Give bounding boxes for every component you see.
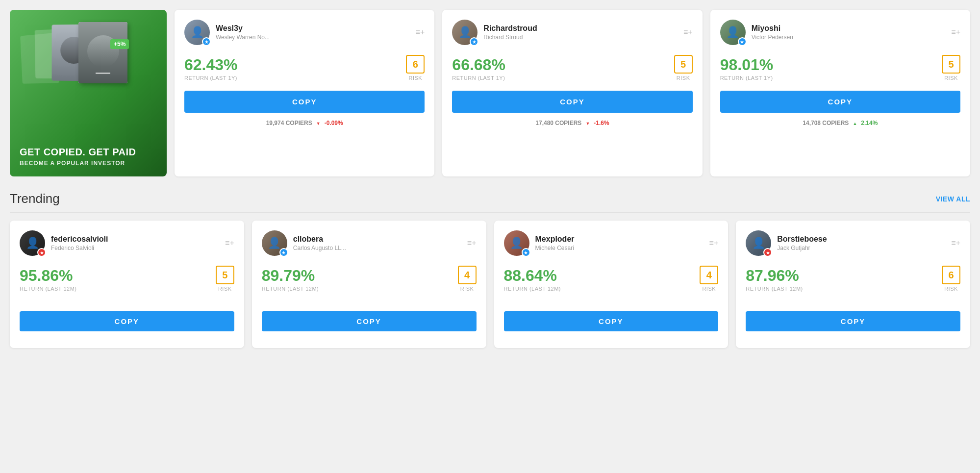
copiers-count-miyoshi: 14,708 COPIERS [803, 120, 849, 126]
change-icon-wesl3y [316, 120, 321, 126]
username-federicosalvioli: federicosalvioli [51, 235, 108, 244]
avatar-federicosalvioli[interactable]: 👤 ★ [20, 230, 45, 256]
stats-miyoshi: 98.01% RETURN (LAST 1Y) 5 RISK [720, 55, 960, 81]
avatar-cllobera[interactable]: 👤 ★ [262, 230, 287, 256]
risk-mexploder: 4 [700, 266, 718, 284]
menu-icon-wesl3y[interactable]: ≡+ [416, 28, 425, 37]
view-all-link[interactable]: VIEW ALL [936, 195, 970, 203]
copiers-count-richardstroud: 17,480 COPIERS [535, 120, 581, 126]
trader-info-federicosalvioli: 👤 ★ federicosalvioli Federico Salvioli [20, 230, 108, 256]
risk-label-richardstroud: RISK [677, 75, 690, 81]
return-label-federicosalvioli: RETURN (LAST 12M) [20, 286, 76, 292]
avatar-wesl3y[interactable]: 👤 ★ [184, 20, 210, 45]
change-miyoshi: 2.14% [861, 120, 878, 126]
trader-card-wesl3y: 👤 ★ Wesl3y Wesley Warren No... ≡+ 62.43%… [175, 10, 434, 176]
star-badge-cllobera: ★ [279, 248, 288, 257]
risk-label-mexploder: RISK [702, 286, 716, 292]
trending-card-mexploder: 👤 ★ Mexploder Michele Cesari ≡+ 88.64% R… [494, 221, 729, 348]
star-badge-richardstroud: ★ [470, 37, 478, 46]
promo-main-text: GET COPIED. GET PAID [20, 146, 157, 158]
trending-card-cllobera: 👤 ★ cllobera Carlos Augusto LL... ≡+ 89.… [252, 221, 486, 348]
fullname-federicosalvioli: Federico Salvioli [51, 245, 108, 251]
trader-header-borstieboese: 👤 ★ Borstieboese Jack Gutjahr ≡+ [746, 230, 960, 256]
change-icon-miyoshi [853, 120, 857, 126]
trader-info-borstieboese: 👤 ★ Borstieboese Jack Gutjahr [746, 230, 827, 256]
fullname-borstieboese: Jack Gutjahr [777, 245, 827, 251]
top-trader-cards: 👤 ★ Wesl3y Wesley Warren No... ≡+ 62.43%… [175, 10, 970, 176]
stats-federicosalvioli: 95.86% RETURN (LAST 12M) 5 RISK [20, 266, 234, 292]
avatar-richardstroud[interactable]: 👤 ★ [452, 20, 477, 45]
copy-btn-mexploder[interactable]: COPY [504, 311, 719, 331]
trader-info-wesl3y: 👤 ★ Wesl3y Wesley Warren No... [184, 20, 270, 45]
top-section: ▬▬▬ +5% GET COPIED. GET PAID BECOME A PO… [10, 10, 970, 176]
copy-btn-richardstroud[interactable]: COPY [452, 91, 692, 113]
risk-federicosalvioli: 5 [216, 266, 234, 284]
return-richardstroud: 66.68% [452, 56, 505, 74]
menu-icon-cllobera[interactable]: ≡+ [467, 239, 477, 248]
stats-cllobera: 89.79% RETURN (LAST 12M) 4 RISK [262, 266, 477, 292]
trader-info-cllobera: 👤 ★ cllobera Carlos Augusto LL... [262, 230, 346, 256]
copiers-row-wesl3y: 19,974 COPIERS -0.09% [184, 120, 425, 126]
trader-header-richardstroud: 👤 ★ Richardstroud Richard Stroud ≡+ [452, 20, 692, 45]
copy-btn-wesl3y[interactable]: COPY [184, 91, 425, 113]
return-federicosalvioli: 95.86% [20, 267, 76, 285]
stats-borstieboese: 87.96% RETURN (LAST 12M) 6 RISK [746, 266, 960, 292]
fullname-wesl3y: Wesley Warren No... [216, 34, 270, 41]
return-label-richardstroud: RETURN (LAST 1Y) [452, 75, 505, 81]
copy-btn-miyoshi[interactable]: COPY [720, 91, 960, 113]
return-wesl3y: 62.43% [184, 56, 238, 74]
promo-card: ▬▬▬ +5% GET COPIED. GET PAID BECOME A PO… [10, 10, 167, 176]
trader-header-wesl3y: 👤 ★ Wesl3y Wesley Warren No... ≡+ [184, 20, 425, 45]
username-richardstroud: Richardstroud [483, 24, 537, 33]
trending-cards: 👤 ★ federicosalvioli Federico Salvioli ≡… [10, 221, 970, 348]
change-richardstroud: -1.6% [594, 120, 609, 126]
promo-text: GET COPIED. GET PAID BECOME A POPULAR IN… [20, 146, 157, 167]
return-label-mexploder: RETURN (LAST 12M) [504, 286, 561, 292]
trader-card-miyoshi: 👤 ★ Miyoshi Victor Pedersen ≡+ 98.01% RE… [710, 10, 970, 176]
promo-sub-text: BECOME A POPULAR INVESTOR [20, 160, 157, 167]
return-label-borstieboese: RETURN (LAST 12M) [746, 286, 803, 292]
trending-title: Trending [10, 191, 60, 206]
star-badge-federicosalvioli: ★ [37, 248, 46, 257]
trader-info-richardstroud: 👤 ★ Richardstroud Richard Stroud [452, 20, 537, 45]
return-mexploder: 88.64% [504, 267, 561, 285]
avatar-mexploder[interactable]: 👤 ★ [504, 230, 529, 256]
stats-mexploder: 88.64% RETURN (LAST 12M) 4 RISK [504, 266, 719, 292]
trader-header-miyoshi: 👤 ★ Miyoshi Victor Pedersen ≡+ [720, 20, 960, 45]
risk-borstieboese: 6 [942, 266, 960, 284]
trending-card-federicosalvioli: 👤 ★ federicosalvioli Federico Salvioli ≡… [10, 221, 244, 348]
menu-icon-borstieboese[interactable]: ≡+ [951, 239, 960, 248]
trader-header-federicosalvioli: 👤 ★ federicosalvioli Federico Salvioli ≡… [20, 230, 234, 256]
return-label-cllobera: RETURN (LAST 12M) [262, 286, 319, 292]
username-mexploder: Mexploder [535, 235, 575, 244]
copy-btn-borstieboese[interactable]: COPY [746, 311, 960, 331]
risk-label-miyoshi: RISK [944, 75, 958, 81]
username-borstieboese: Borstieboese [777, 235, 827, 244]
risk-label-wesl3y: RISK [408, 75, 422, 81]
stats-richardstroud: 66.68% RETURN (LAST 1Y) 5 RISK [452, 55, 692, 81]
menu-icon-richardstroud[interactable]: ≡+ [683, 28, 693, 37]
change-icon-richardstroud [585, 120, 590, 126]
return-label-miyoshi: RETURN (LAST 1Y) [720, 75, 774, 81]
menu-icon-federicosalvioli[interactable]: ≡+ [225, 239, 234, 248]
menu-icon-mexploder[interactable]: ≡+ [709, 239, 719, 248]
avatar-miyoshi[interactable]: 👤 ★ [720, 20, 746, 45]
fullname-mexploder: Michele Cesari [535, 245, 575, 251]
copy-btn-federicosalvioli[interactable]: COPY [20, 311, 234, 331]
copy-btn-cllobera[interactable]: COPY [262, 311, 477, 331]
fullname-richardstroud: Richard Stroud [483, 34, 537, 41]
trending-header: Trending VIEW ALL [10, 191, 970, 213]
star-badge-mexploder: ★ [522, 248, 530, 257]
star-badge-miyoshi: ★ [738, 37, 747, 46]
return-cllobera: 89.79% [262, 267, 319, 285]
avatar-borstieboese[interactable]: 👤 ★ [746, 230, 771, 256]
copiers-row-miyoshi: 14,708 COPIERS 2.14% [720, 120, 960, 126]
copiers-count-wesl3y: 19,974 COPIERS [266, 120, 312, 126]
return-miyoshi: 98.01% [720, 56, 774, 74]
risk-wesl3y: 6 [406, 55, 425, 74]
return-label-wesl3y: RETURN (LAST 1Y) [184, 75, 238, 81]
risk-label-borstieboese: RISK [944, 286, 958, 292]
menu-icon-miyoshi[interactable]: ≡+ [951, 28, 960, 37]
trader-header-mexploder: 👤 ★ Mexploder Michele Cesari ≡+ [504, 230, 719, 256]
trending-card-borstieboese: 👤 ★ Borstieboese Jack Gutjahr ≡+ 87.96% … [736, 221, 970, 348]
